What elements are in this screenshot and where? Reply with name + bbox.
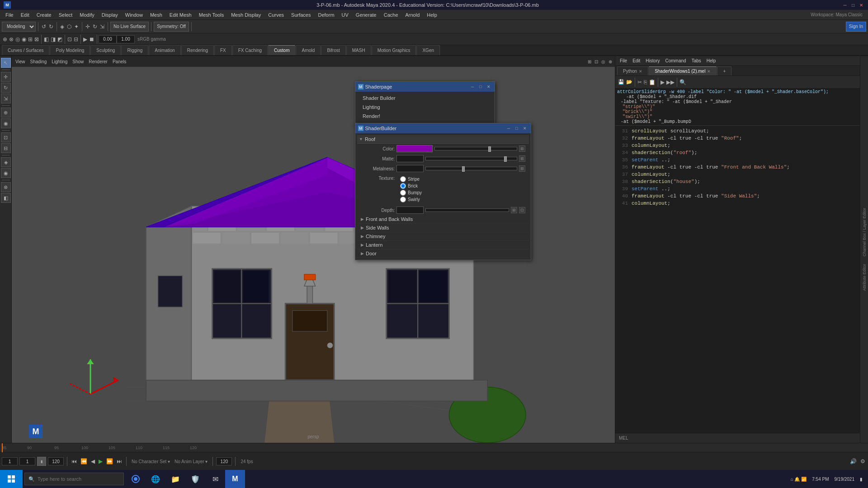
- current-frame-input[interactable]: [19, 457, 35, 465]
- se-tab-mel[interactable]: ShaderWindows1 (2).mel ✕: [649, 66, 717, 75]
- shaderbuilder-close-btn[interactable]: ✕: [522, 125, 528, 131]
- settings-btn[interactable]: ⚙: [859, 458, 866, 465]
- viewport-show-menu[interactable]: Show: [71, 59, 85, 65]
- taskbar-search-input[interactable]: [38, 476, 120, 482]
- shadepage-minimize-btn[interactable]: ─: [469, 84, 476, 90]
- tool-10[interactable]: ⊡: [66, 36, 73, 42]
- vp-icon-3[interactable]: ◎: [600, 59, 606, 64]
- se-run-all-btn[interactable]: ▶▶: [665, 79, 675, 85]
- tool-13[interactable]: ⏹: [88, 36, 95, 42]
- next-keyframe-btn[interactable]: ⏩: [105, 458, 114, 465]
- se-tab-mel-close[interactable]: ✕: [707, 69, 711, 74]
- menu-mesh-tools[interactable]: Mesh Tools: [195, 11, 227, 19]
- timeline-start-input[interactable]: [2, 457, 18, 465]
- script-code-area[interactable]: 31 scrollLayout scrollLayout; 32 frameLa…: [615, 126, 868, 433]
- tab-custom[interactable]: Custom: [268, 45, 295, 55]
- sound-btn[interactable]: 🔊: [849, 458, 858, 465]
- depth-expand-btn[interactable]: ⊞: [511, 207, 517, 213]
- taskbar-maya[interactable]: M: [225, 470, 245, 488]
- taskbar-security[interactable]: 🛡️: [185, 470, 205, 488]
- shadepage-render[interactable]: Render!: [355, 112, 495, 121]
- se-tab-new[interactable]: +: [717, 66, 731, 75]
- vp-icon-2[interactable]: ⊡: [594, 59, 599, 64]
- tray-icons[interactable]: ⌂ 🔔 📶: [789, 476, 809, 483]
- metalness-slider[interactable]: [425, 167, 517, 170]
- range-slider-btn[interactable]: ▮: [37, 457, 46, 466]
- menu-uv[interactable]: UV: [338, 11, 352, 19]
- anim-layer-btn[interactable]: No Anim Layer ▾: [173, 459, 209, 464]
- tab-animation[interactable]: Animation: [149, 45, 180, 55]
- tool-2[interactable]: ⊗: [8, 36, 14, 42]
- render-btn[interactable]: ◈: [1, 157, 11, 167]
- front-back-walls-section[interactable]: ▶ Front and Back Walls: [357, 215, 529, 224]
- se-open-btn[interactable]: 📂: [625, 79, 633, 85]
- metalness-input[interactable]: 0.4068: [396, 165, 424, 172]
- tab-bifrost[interactable]: Bifrost: [321, 45, 345, 55]
- roof-section-header[interactable]: ▼ Roof: [357, 135, 529, 144]
- play-backward-btn[interactable]: ◀: [90, 458, 96, 465]
- menu-file[interactable]: File: [2, 11, 17, 19]
- play-forward-btn[interactable]: ▶: [98, 458, 104, 465]
- rotate-mode-btn[interactable]: ↻: [1, 83, 11, 93]
- depth-input[interactable]: 1.0000: [396, 206, 424, 214]
- shadepage-title-bar[interactable]: M Shaderpage ─ □ ✕: [355, 82, 495, 92]
- menu-arnold[interactable]: Arnold: [402, 11, 424, 19]
- color-swatch[interactable]: [396, 145, 433, 152]
- tab-motion-graphics[interactable]: Motion Graphics: [372, 45, 416, 55]
- select-tool[interactable]: ◈: [59, 23, 65, 30]
- viewport-shading-menu[interactable]: Shading: [28, 59, 49, 65]
- shadepage-close-btn[interactable]: ✕: [486, 84, 492, 90]
- menu-select[interactable]: Select: [55, 11, 76, 19]
- vp-icon-4[interactable]: ⊕: [608, 59, 613, 64]
- no-live-surface-btn[interactable]: No Live Surface: [110, 22, 149, 32]
- rotate-tool[interactable]: ↻: [92, 23, 98, 30]
- stripe-radio[interactable]: [400, 176, 406, 182]
- se-menu-file[interactable]: File: [617, 58, 630, 64]
- tool-9[interactable]: ◩: [57, 36, 63, 42]
- quick-layout-btn[interactable]: ⊡: [1, 132, 11, 142]
- tab-sculpting[interactable]: Sculpting: [90, 45, 121, 55]
- tab-curves-surfaces[interactable]: Curves / Surfaces: [2, 45, 49, 55]
- shadepage-maximize-btn[interactable]: □: [477, 84, 484, 90]
- taskbar-mail[interactable]: ✉: [205, 470, 225, 488]
- tool-1[interactable]: ⊕: [2, 36, 8, 42]
- taskbar-ie[interactable]: 🌐: [146, 470, 165, 488]
- shaderbuilder-maximize-btn[interactable]: □: [514, 125, 520, 131]
- select-mode-btn[interactable]: ↖: [1, 58, 11, 68]
- tab-arnold[interactable]: Arnold: [296, 45, 321, 55]
- prev-keyframe-btn[interactable]: ⏪: [80, 458, 88, 465]
- menu-deform[interactable]: Deform: [314, 11, 338, 19]
- menu-curves[interactable]: Curves: [264, 11, 288, 19]
- snap-btn[interactable]: ⊕: [1, 108, 11, 117]
- viewport-view-menu[interactable]: View: [14, 59, 27, 65]
- color-slider[interactable]: [434, 147, 517, 150]
- symmetry-btn[interactable]: Symmetry: Off: [154, 22, 189, 32]
- undo-button[interactable]: ↺: [41, 23, 47, 30]
- layout-btn-2[interactable]: ⊟: [1, 143, 11, 153]
- move-tool[interactable]: ✛: [85, 23, 91, 30]
- show-desktop-btn[interactable]: ▮: [858, 476, 864, 483]
- bumpy-radio[interactable]: [400, 190, 406, 196]
- metalness-expand-btn[interactable]: ⊞: [519, 165, 525, 172]
- scale-tool[interactable]: ⇲: [99, 23, 105, 30]
- menu-mesh[interactable]: Mesh: [146, 11, 166, 19]
- tab-mash[interactable]: MASH: [346, 45, 371, 55]
- brick-label[interactable]: Brick: [408, 183, 418, 188]
- y-coord-input[interactable]: [117, 35, 135, 43]
- tool-3[interactable]: ◎: [14, 36, 21, 42]
- se-menu-command[interactable]: Command: [662, 58, 689, 64]
- tab-xgen[interactable]: XGen: [416, 45, 440, 55]
- toolbox-btn-2[interactable]: ◧: [1, 193, 11, 203]
- se-tab-python-close[interactable]: ✕: [639, 69, 642, 74]
- timeline-ruler[interactable]: 85 90 95 100 105 110 115 120: [0, 443, 868, 452]
- menu-help[interactable]: Help: [423, 11, 441, 19]
- x-coord-input[interactable]: [99, 35, 117, 43]
- viewport-panels-menu[interactable]: Panels: [111, 59, 128, 65]
- depth-extra-btn[interactable]: ⊡: [519, 207, 525, 213]
- menu-generate[interactable]: Generate: [352, 11, 380, 19]
- ipr-btn[interactable]: ◉: [1, 168, 11, 178]
- modeling-dropdown[interactable]: Modeling: [2, 22, 36, 32]
- menu-edit[interactable]: Edit: [17, 11, 33, 19]
- menu-edit-mesh[interactable]: Edit Mesh: [166, 11, 195, 19]
- swirly-label[interactable]: Swirly: [408, 197, 420, 202]
